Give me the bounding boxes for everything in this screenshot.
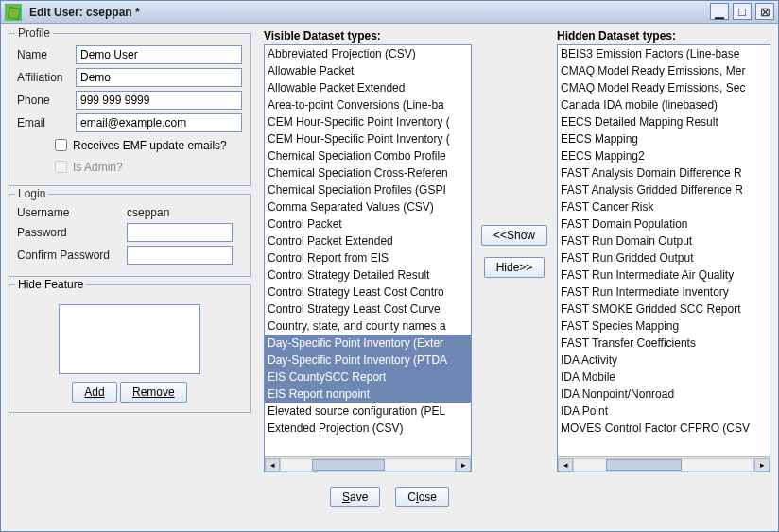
list-item[interactable]: Control Strategy Least Cost Curve [265,300,471,317]
phone-field[interactable] [76,91,242,110]
list-item[interactable]: FAST Run Gridded Output [558,249,770,266]
list-item[interactable]: FAST SMOKE Gridded SCC Report [558,300,770,317]
profile-legend: Profile [15,26,53,40]
hidden-hscrollbar[interactable]: ◂ ▸ [558,456,770,472]
scroll-right-icon[interactable]: ▸ [754,458,770,472]
window-title: Edit User: cseppan * [29,6,140,19]
is-admin-label: Is Admin? [73,161,123,174]
titlebar: Edit User: cseppan * ▁ □ ⊠ [1,1,778,24]
list-item[interactable]: Control Strategy Detailed Result [265,266,471,283]
hscroll-thumb[interactable] [606,459,682,471]
phone-label: Phone [17,94,76,107]
save-button[interactable]: Save [330,487,380,507]
hidden-types-list[interactable]: BEIS3 Emission Factors (Line-baseCMAQ Mo… [557,44,770,472]
minimize-icon[interactable]: ▁ [710,3,729,20]
scroll-left-icon[interactable]: ◂ [265,458,280,472]
list-item[interactable]: CEM Hour-Specific Point Inventory ( [265,113,471,130]
list-item[interactable]: FAST Run Intermediate Inventory [558,283,770,300]
list-item[interactable]: CMAQ Model Ready Emissions, Sec [558,79,770,96]
list-item[interactable]: Area-to-point Conversions (Line-ba [265,96,471,113]
list-item[interactable]: Allowable Packet Extended [265,79,471,96]
list-item[interactable]: IDA Point [558,403,770,420]
name-field[interactable] [76,45,242,64]
list-item[interactable]: EECS Mapping [558,130,770,147]
visible-types-list[interactable]: Abbreviated Projection (CSV)Allowable Pa… [264,44,472,472]
login-legend: Login [15,187,48,200]
dataset-types-area: Visible Dataset types: Abbreviated Proje… [264,29,770,472]
close-button[interactable]: Close [395,487,449,507]
list-item[interactable]: Chemical Speciation Cross-Referen [265,164,471,181]
hscroll-track[interactable] [573,458,754,472]
hscroll-track[interactable] [280,458,456,472]
list-item[interactable]: MOVES Control Factor CFPRO (CSV [558,420,770,437]
list-item[interactable]: Canada IDA mobile (linebased) [558,96,770,113]
hscroll-thumb[interactable] [312,459,385,471]
list-item[interactable]: Control Strategy Least Cost Contro [265,283,471,300]
list-item[interactable]: FAST Domain Population [558,215,770,232]
list-item[interactable]: Control Packet Extended [265,232,471,249]
name-label: Name [17,48,76,61]
email-field[interactable] [76,113,242,132]
list-item[interactable]: FAST Cancer Risk [558,198,770,215]
list-item[interactable]: Chemical Speciation Combo Profile [265,147,471,164]
list-item[interactable]: FAST Transfer Coefficients [558,335,770,352]
hide-feature-legend: Hide Feature [15,278,86,291]
list-item[interactable]: EIS CountySCC Report [265,369,471,386]
password-field[interactable] [127,223,233,242]
list-item[interactable]: FAST Analysis Gridded Difference R [558,181,770,198]
maximize-icon[interactable]: □ [733,3,752,20]
list-item[interactable]: BEIS3 Emission Factors (Line-base [558,45,770,62]
list-item[interactable]: EECS Mapping2 [558,147,770,164]
hide-feature-listbox[interactable] [59,304,200,374]
scroll-left-icon[interactable]: ◂ [558,458,573,472]
hidden-types-header: Hidden Dataset types: [557,29,770,43]
list-item[interactable]: FAST Run Domain Output [558,232,770,249]
profile-group: Profile Name Affiliation Phone Email [9,33,251,186]
list-item[interactable]: IDA Mobile [558,369,770,386]
close-window-icon[interactable]: ⊠ [755,3,774,20]
list-item[interactable]: Control Packet [265,215,471,232]
list-item[interactable]: Day-Specific Point Inventory (Exter [265,335,471,352]
list-item[interactable]: Country, state, and county names a [265,317,471,335]
email-label: Email [17,116,76,129]
affiliation-field[interactable] [76,68,242,87]
list-item[interactable]: EECS Detailed Mapping Result [558,113,770,130]
list-item[interactable]: Control Report from EIS [265,249,471,266]
username-value: cseppan [127,206,169,219]
list-item[interactable]: Comma Separated Values (CSV) [265,198,471,215]
hide-button[interactable]: Hide>> [484,257,545,278]
is-admin-checkbox [55,161,67,173]
list-item[interactable]: Elevated source configuration (PEL [265,403,471,420]
list-item[interactable]: FAST Species Mapping [558,317,770,335]
hidden-types-column: Hidden Dataset types: BEIS3 Emission Fac… [557,29,770,472]
list-item[interactable]: Allowable Packet [265,62,471,79]
username-label: Username [17,206,127,219]
password-label: Password [17,226,127,239]
list-item[interactable]: CMAQ Model Ready Emissions, Mer [558,62,770,79]
edit-user-window: Edit User: cseppan * ▁ □ ⊠ Profile Name … [0,0,779,532]
left-column: Profile Name Affiliation Phone Email [9,29,251,413]
list-item[interactable]: Abbreviated Projection (CSV) [265,45,471,62]
content-area: Profile Name Affiliation Phone Email [9,29,770,523]
remove-button[interactable]: Remove [120,382,187,403]
scroll-right-icon[interactable]: ▸ [456,458,471,472]
list-item[interactable]: IDA Activity [558,352,770,369]
list-item[interactable]: Extended Projection (CSV) [265,420,471,437]
list-item[interactable]: Chemical Speciation Profiles (GSPI [265,181,471,198]
list-item[interactable]: FAST Analysis Domain Difference R [558,164,770,181]
list-item[interactable]: EIS Report nonpoint [265,386,471,403]
list-item[interactable]: Day-Specific Point Inventory (PTDA [265,352,471,369]
confirm-password-field[interactable] [127,246,233,265]
add-button[interactable]: Add [72,382,116,403]
show-button[interactable]: <<Show [481,225,547,246]
list-item[interactable]: FAST Run Intermediate Air Quality [558,266,770,283]
receives-emf-row: Receives EMF update emails? [51,136,242,154]
visible-types-column: Visible Dataset types: Abbreviated Proje… [264,29,472,472]
list-item[interactable]: IDA Nonpoint/Nonroad [558,386,770,403]
visible-hscrollbar[interactable]: ◂ ▸ [265,456,471,472]
list-item[interactable]: CEM Hour-Specific Point Inventory ( [265,130,471,147]
login-group: Login Username cseppan Password Confirm … [9,194,251,277]
receives-emf-checkbox[interactable] [55,139,67,151]
hide-feature-group: Hide Feature Add Remove [9,284,251,413]
receives-emf-label: Receives EMF update emails? [73,139,227,152]
